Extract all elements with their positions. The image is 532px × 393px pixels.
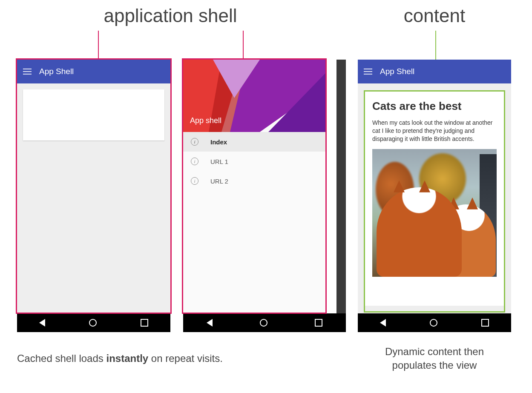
app-bar: App Shell — [17, 60, 170, 83]
app-bar-title: App Shell — [39, 67, 74, 76]
back-triangle-icon[interactable] — [39, 319, 45, 327]
drawer-item-label: URL 2 — [210, 178, 228, 185]
back-triangle-icon[interactable] — [380, 319, 386, 327]
recent-square-icon[interactable] — [315, 319, 322, 327]
caption-text: on repeat visits. — [148, 353, 223, 364]
info-icon: i — [191, 158, 198, 165]
drawer-item-url1[interactable]: i URL 1 — [183, 152, 326, 171]
android-nav-bar — [358, 313, 511, 332]
placeholder-card — [23, 89, 164, 141]
app-body — [17, 83, 170, 313]
android-nav-bar — [17, 313, 170, 332]
drawer-header-label: App shell — [190, 116, 221, 125]
drawer-item-index[interactable]: i Index — [183, 132, 326, 152]
hamburger-icon[interactable] — [364, 69, 372, 75]
back-triangle-icon[interactable] — [207, 319, 213, 327]
phone-mockup-shell-empty: App Shell — [17, 60, 170, 332]
app-body: Cats are the best When my cats look out … — [358, 83, 511, 313]
heading-application-shell: application shell — [68, 5, 273, 26]
caption-shell: Cached shell loads instantly on repeat v… — [17, 352, 223, 365]
connector-line — [98, 31, 99, 60]
recent-square-icon[interactable] — [481, 319, 489, 327]
home-circle-icon[interactable] — [260, 319, 267, 327]
info-icon: i — [191, 177, 198, 185]
phone-mockup-shell-drawer: App shell i Index i URL 1 i URL 2 — [183, 60, 336, 332]
caption-strong: instantly — [106, 353, 148, 364]
android-nav-bar — [183, 313, 346, 332]
drawer-item-label: URL 1 — [210, 158, 228, 165]
scrim — [336, 60, 346, 315]
content-title: Cats are the best — [372, 100, 497, 113]
home-circle-icon[interactable] — [430, 319, 437, 327]
drawer-item-url2[interactable]: i URL 2 — [183, 171, 326, 191]
drawer-item-label: Index — [210, 138, 227, 146]
app-bar: App Shell — [358, 60, 511, 83]
home-circle-icon[interactable] — [89, 319, 97, 327]
recent-square-icon[interactable] — [141, 319, 148, 327]
nav-drawer: App shell i Index i URL 1 i URL 2 — [183, 60, 326, 313]
content-body-text: When my cats look out the window at anot… — [372, 119, 497, 143]
connector-line — [243, 31, 244, 60]
caption-text: Cached shell loads — [17, 353, 106, 364]
content-card: Cats are the best When my cats look out … — [365, 91, 504, 306]
phone-mockup-content: App Shell Cats are the best When my cats… — [358, 60, 511, 332]
heading-content: content — [375, 5, 494, 26]
app-bar-title: App Shell — [380, 67, 414, 76]
info-icon: i — [191, 138, 198, 146]
content-image — [372, 149, 497, 277]
drawer-list: i Index i URL 1 i URL 2 — [183, 132, 326, 191]
caption-content: Dynamic content then populates the view — [362, 345, 507, 373]
hamburger-icon[interactable] — [23, 69, 32, 75]
drawer-header: App shell — [183, 60, 326, 132]
